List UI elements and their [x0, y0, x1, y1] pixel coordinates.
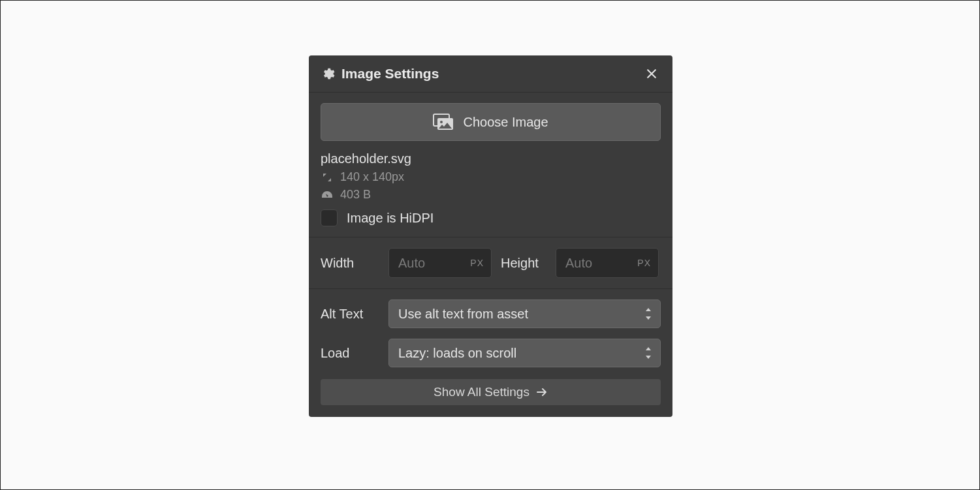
hidpi-checkbox[interactable]	[321, 209, 338, 226]
panel-header: Image Settings	[309, 55, 672, 93]
options-section: Alt Text Use alt text from asset Load La…	[309, 289, 672, 417]
show-all-label: Show All Settings	[434, 385, 530, 399]
width-label: Width	[321, 256, 379, 271]
alt-text-label: Alt Text	[321, 307, 379, 322]
panel-title: Image Settings	[341, 66, 642, 82]
image-icon	[433, 114, 454, 130]
width-input-wrap: PX	[388, 248, 492, 278]
svg-point-2	[440, 121, 443, 123]
dimensions-icon	[321, 172, 334, 183]
height-label: Height	[501, 256, 546, 271]
alt-text-select[interactable]: Use alt text from asset	[388, 299, 661, 328]
dimensions-row: 140 x 140px	[321, 170, 661, 184]
alt-text-value: Use alt text from asset	[398, 307, 528, 322]
hidpi-label: Image is HiDPI	[347, 211, 434, 226]
height-unit: PX	[637, 258, 651, 268]
alt-text-row: Alt Text Use alt text from asset	[321, 299, 661, 328]
load-value: Lazy: loads on scroll	[398, 346, 516, 361]
image-info-section: Choose Image placeholder.svg 140 x 140px…	[309, 93, 672, 237]
updown-icon	[644, 347, 652, 359]
dimensions-value: 140 x 140px	[340, 170, 404, 184]
arrow-right-icon	[536, 388, 548, 397]
load-select[interactable]: Lazy: loads on scroll	[388, 339, 661, 367]
close-button[interactable]	[642, 65, 661, 83]
load-label: Load	[321, 346, 379, 361]
filename-text: placeholder.svg	[321, 151, 661, 166]
image-settings-panel: Image Settings Choose Image placeholder.…	[309, 55, 672, 417]
close-icon	[645, 67, 658, 80]
show-all-settings-button[interactable]: Show All Settings	[321, 379, 661, 405]
width-unit: PX	[470, 258, 484, 268]
gear-icon	[321, 67, 335, 81]
height-input-wrap: PX	[556, 248, 659, 278]
choose-image-button[interactable]: Choose Image	[321, 103, 661, 141]
updown-icon	[644, 308, 652, 320]
choose-image-label: Choose Image	[463, 115, 548, 130]
load-row: Load Lazy: loads on scroll	[321, 339, 661, 367]
dimensions-section: Width PX Height PX	[309, 237, 672, 289]
gauge-icon	[321, 191, 334, 199]
filesize-row: 403 B	[321, 188, 661, 202]
filesize-value: 403 B	[340, 188, 371, 202]
hidpi-row: Image is HiDPI	[321, 209, 661, 226]
